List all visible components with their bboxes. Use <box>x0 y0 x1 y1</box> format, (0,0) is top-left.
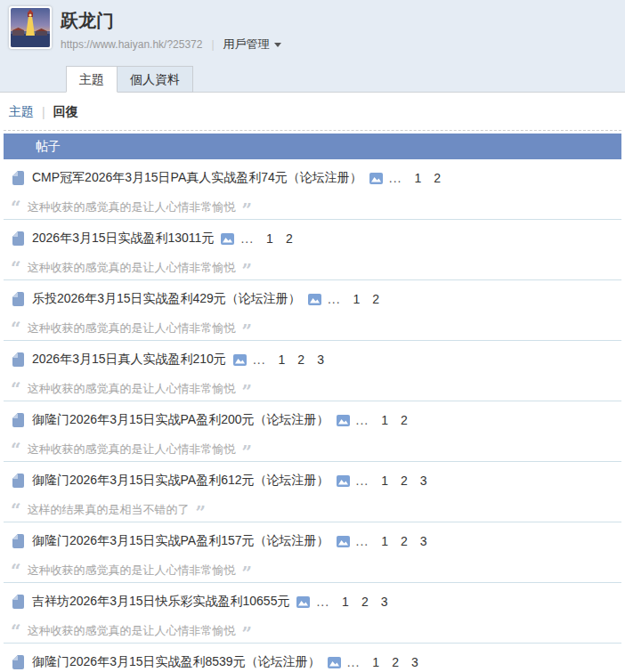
post-title-link[interactable]: 御隆门2026年3月15日实战PA盈利157元（论坛注册） <box>32 533 329 549</box>
ellipsis: ... <box>328 292 341 306</box>
quote-text: 这样的结果真的是相当不错的了 <box>28 502 190 518</box>
profile-info: 跃龙门 https://www.haiyan.hk/?25372 | 用戶管理 <box>61 0 625 53</box>
vertical-divider: | <box>42 105 45 119</box>
post-quote: “ 这种收获的感觉真的是让人心情非常愉悦 ” <box>4 195 621 219</box>
page-link[interactable]: 2 <box>401 534 408 548</box>
post-quote: “ 这种收获的感觉真的是让人心情非常愉悦 ” <box>4 316 621 340</box>
post-title-link[interactable]: CMP冠军2026年3月15日PA真人实战盈利74元（论坛注册） <box>32 170 362 186</box>
posts-table-header-label: 帖子 <box>36 139 61 153</box>
page-link[interactable]: 2 <box>401 413 408 427</box>
ellipsis: ... <box>253 352 266 367</box>
username: 跃龙门 <box>61 10 625 31</box>
post-item: 御隆门2026年3月15日实战盈利8539元（论坛注册） ... 123 “ ” <box>4 644 621 672</box>
post-item: 2026年3月15日实战盈利13011元 ... 12 “ 这种收获的感觉真的是… <box>4 220 621 280</box>
post-quote: “ 这种收获的感觉真的是让人心情非常愉悦 ” <box>4 437 621 461</box>
page-link[interactable]: 3 <box>420 534 427 548</box>
page-link[interactable]: 2 <box>361 595 369 609</box>
page-link[interactable]: 1 <box>415 171 422 185</box>
post-title-link[interactable]: 御隆门2026年3月15日实战盈利8539元（论坛注册） <box>32 654 321 670</box>
quote-text: 这种收获的感觉真的是让人心情非常愉悦 <box>28 260 236 276</box>
page-link[interactable]: 3 <box>420 474 427 488</box>
page-link[interactable]: 3 <box>411 655 418 669</box>
page-link[interactable]: 1 <box>381 413 388 427</box>
post-item: 御隆门2026年3月15日实战PA盈利612元（论坛注册） ... 123 “ … <box>4 462 621 522</box>
open-quote-icon: “ <box>11 324 21 333</box>
post-title-link[interactable]: 2026年3月15日真人实战盈利210元 <box>32 352 226 368</box>
post-title-link[interactable]: 御隆门2026年3月15日实战PA盈利200元（论坛注册） <box>32 412 329 428</box>
tab-threads[interactable]: 主題 <box>66 66 118 93</box>
post-title-row: CMP冠军2026年3月15日PA真人实战盈利74元（论坛注册） ... 12 <box>4 161 621 195</box>
page-link[interactable]: 1 <box>279 352 286 367</box>
post-title-link[interactable]: 2026年3月15日实战盈利13011元 <box>32 231 214 247</box>
open-quote-icon: “ <box>11 263 21 272</box>
image-attachment-icon <box>337 536 350 547</box>
tab-profile[interactable]: 個人資料 <box>118 66 193 93</box>
profile-tabs: 主題 個人資料 <box>66 66 193 93</box>
document-icon <box>12 413 24 427</box>
posts-table: 帖子 CMP冠军2026年3月15日PA真人实战盈利74元（论坛注册） ... … <box>4 130 621 672</box>
caret-down-icon <box>274 43 281 47</box>
ellipsis: ... <box>240 231 254 246</box>
post-quote: “ 这样的结果真的是相当不错的了 ” <box>4 498 621 522</box>
image-attachment-icon <box>337 475 350 487</box>
open-quote-icon: “ <box>11 506 21 514</box>
page-link[interactable]: 2 <box>392 655 399 669</box>
ellipsis: ... <box>347 655 361 669</box>
subnav-threads-link[interactable]: 主題 <box>9 104 34 120</box>
image-attachment-icon <box>337 415 350 426</box>
post-title-link[interactable]: 乐投2026年3月15日实战盈利429元（论坛注册） <box>32 291 301 307</box>
user-admin-dropdown[interactable]: 用戶管理 <box>223 36 281 53</box>
post-title-link[interactable]: 吉祥坊2026年3月15日快乐彩实战盈利10655元 <box>32 594 289 610</box>
open-quote-icon: “ <box>11 385 21 393</box>
post-quote: “ 这种收获的感觉真的是让人心情非常愉悦 ” <box>4 619 621 643</box>
post-title-row: 御隆门2026年3月15日实战PA盈利157元（论坛注册） ... 123 <box>4 524 621 558</box>
subnav-replies-current[interactable]: 回復 <box>53 104 78 120</box>
close-quote-icon: ” <box>242 206 253 215</box>
page-link[interactable]: 1 <box>353 292 361 306</box>
user-profile-page: 跃龙门 https://www.haiyan.hk/?25372 | 用戶管理 … <box>0 0 625 672</box>
page-link[interactable]: 1 <box>381 534 388 548</box>
page-link[interactable]: 2 <box>286 231 293 246</box>
document-icon <box>12 352 24 367</box>
vertical-divider: | <box>211 38 214 51</box>
page-link[interactable]: 1 <box>372 655 379 669</box>
post-item: 御隆门2026年3月15日实战PA盈利200元（论坛注册） ... 12 “ 这… <box>4 401 621 462</box>
page-link[interactable]: 1 <box>342 595 349 609</box>
page-links: 123 <box>360 654 418 670</box>
image-attachment-icon <box>308 294 321 305</box>
close-quote-icon: ” <box>242 327 253 336</box>
page-link[interactable]: 1 <box>266 231 273 246</box>
ellipsis: ... <box>356 534 369 548</box>
document-icon <box>12 474 24 488</box>
close-quote-icon: ” <box>196 508 207 517</box>
page-links: 12 <box>254 231 293 247</box>
page-link[interactable]: 3 <box>381 595 388 609</box>
post-quote: “ 这种收获的感觉真的是让人心情非常愉悦 ” <box>4 558 621 582</box>
page-link[interactable]: 2 <box>372 292 379 306</box>
post-item: CMP冠军2026年3月15日PA真人实战盈利74元（论坛注册） ... 12 … <box>4 159 621 220</box>
post-list: CMP冠军2026年3月15日PA真人实战盈利74元（论坛注册） ... 12 … <box>4 159 621 672</box>
page-link[interactable]: 2 <box>401 474 408 488</box>
subnav: 主題 | 回復 <box>0 93 625 130</box>
page-link[interactable]: 1 <box>381 474 388 488</box>
close-quote-icon: ” <box>242 448 253 457</box>
post-item: 2026年3月15日真人实战盈利210元 ... 123 “ 这种收获的感觉真的… <box>4 341 621 401</box>
close-quote-icon: ” <box>242 629 253 638</box>
page-links: 123 <box>329 594 387 610</box>
post-title-row: 2026年3月15日真人实战盈利210元 ... 123 <box>4 343 621 376</box>
post-title-link[interactable]: 御隆门2026年3月15日实战PA盈利612元（论坛注册） <box>32 473 329 489</box>
avatar[interactable] <box>9 6 52 49</box>
ellipsis: ... <box>356 413 369 427</box>
quote-text: 这种收获的感觉真的是让人心情非常愉悦 <box>28 381 236 397</box>
post-title-row: 2026年3月15日实战盈利13011元 ... 12 <box>4 222 621 255</box>
image-attachment-icon <box>233 354 247 366</box>
page-link[interactable]: 2 <box>434 171 441 185</box>
post-title-row: 乐投2026年3月15日实战盈利429元（论坛注册） ... 12 <box>4 282 621 316</box>
page-link[interactable]: 2 <box>297 352 304 367</box>
image-attachment-icon <box>328 657 341 668</box>
quote-text: 这种收获的感觉真的是让人心情非常愉悦 <box>28 563 236 579</box>
post-title-row: 御隆门2026年3月15日实战PA盈利612元（论坛注册） ... 123 <box>4 464 621 498</box>
post-quote: “ 这种收获的感觉真的是让人心情非常愉悦 ” <box>4 255 621 279</box>
post-item: 吉祥坊2026年3月15日快乐彩实战盈利10655元 ... 123 “ 这种收… <box>4 583 621 644</box>
page-link[interactable]: 3 <box>317 352 324 367</box>
